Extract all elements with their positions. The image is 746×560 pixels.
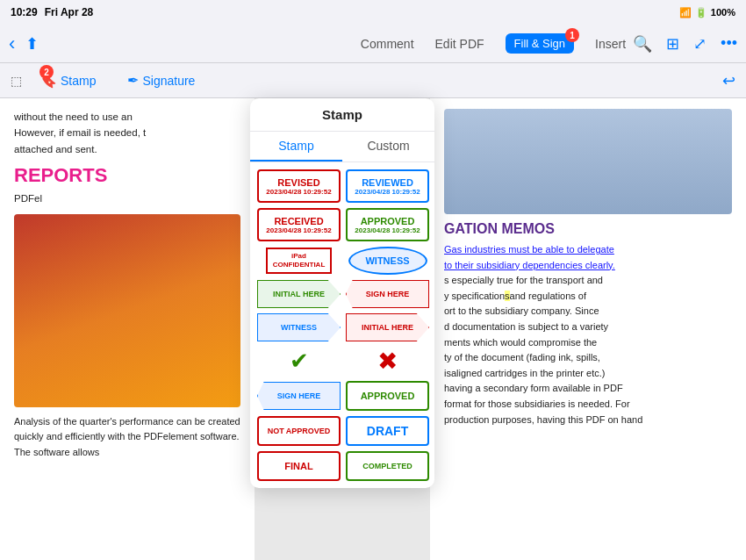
draft-label: DRAFT: [367, 424, 408, 438]
pdf-heading-reports: REPORTS: [14, 164, 240, 187]
select-tool[interactable]: ⬚: [11, 74, 22, 88]
pdf-right-page: GATION MEMOS Gas industries must be able…: [430, 98, 746, 560]
witness-arrow: WITNESS: [257, 313, 341, 341]
main-toolbar: ‹ ⬆ Comment Edit PDF Fill & Sign 1 Inser…: [0, 25, 746, 63]
search-icon[interactable]: 🔍: [633, 34, 652, 54]
expand-icon[interactable]: ⤢: [693, 34, 707, 54]
revised-date: 2023/04/28 10:29:52: [266, 188, 331, 196]
fill-sign-button[interactable]: Fill & Sign 1: [506, 33, 575, 54]
pdf-image: [14, 214, 240, 407]
received-date: 2023/04/28 10:29:52: [266, 226, 331, 234]
back-button[interactable]: ‹: [9, 32, 15, 55]
stamp-grid: REVISED 2023/04/28 10:29:52 REVIEWED 202…: [250, 162, 434, 488]
status-bar: 10:29 Fri Apr 28 📶 🔋 100%: [0, 0, 746, 25]
initial-here-arrow2-label: INITIAL HERE: [362, 323, 413, 332]
pdf-right-image: [444, 109, 732, 214]
time: 10:29: [11, 6, 38, 18]
approved-green-label: APPROVED: [361, 391, 415, 401]
cross-icon: ✖: [377, 347, 398, 376]
ipad-label: iPad: [273, 252, 326, 261]
reviewed-label: REVIEWED: [362, 177, 413, 188]
pdf-analysis-text: Analysis of the quarter's performance ca…: [14, 414, 240, 461]
edit-pdf-tab[interactable]: Edit PDF: [435, 37, 484, 51]
main-content: without the need to use an However, if e…: [0, 98, 746, 560]
stamp-cross[interactable]: ✖: [346, 347, 429, 376]
stamp-draft[interactable]: DRAFT: [346, 416, 429, 446]
stamp-sign-here[interactable]: SIGN HERE: [346, 280, 429, 308]
confidential-box: iPad CONFIDENTIAL: [266, 248, 333, 275]
stamp-initial-here[interactable]: INITIAL HERE: [257, 280, 341, 308]
grid-icon[interactable]: ⊞: [666, 34, 679, 54]
secondary-toolbar: ⬚ 🔖 Stamp 2 ✒ Signature ↩: [0, 63, 746, 98]
final-label: FINAL: [284, 461, 312, 471]
fill-sign-badge: 1: [565, 28, 579, 42]
stamp-not-approved[interactable]: NOT APPROVED: [257, 416, 341, 446]
more-icon[interactable]: •••: [721, 34, 737, 53]
initial-here-arrow: INITIAL HERE: [257, 280, 341, 308]
stamp-witness-arrow[interactable]: WITNESS: [257, 313, 341, 341]
completed-label: COMPLETED: [362, 462, 412, 470]
stamp-sign-here-blue[interactable]: SIGN HERE: [257, 381, 341, 411]
stamp-revised[interactable]: REVISED 2023/04/28 10:29:52: [257, 169, 341, 203]
pdf-right-heading: GATION MEMOS: [444, 221, 732, 237]
sign-here-blue: SIGN HERE: [257, 382, 341, 410]
stamp-checkmark[interactable]: ✔: [257, 347, 341, 376]
initial-here-label: INITIAL HERE: [273, 290, 325, 298]
pdf-right-text: Gas industries must be able to delegate …: [444, 242, 732, 427]
confidential-label: CONFIDENTIAL: [273, 261, 326, 269]
stamp-initial-here-arrow2[interactable]: INITIAL HERE: [346, 313, 429, 341]
wifi-icon: 📶: [679, 7, 692, 18]
initial-here-arrow2: INITIAL HERE: [346, 313, 429, 341]
pdf-text-3: attached and sent.: [14, 141, 240, 157]
signature-tool-button[interactable]: ✒ Signature: [127, 72, 195, 89]
comment-tab[interactable]: Comment: [361, 37, 414, 51]
witness-oval-label: WITNESS: [365, 255, 409, 266]
stamp-panel: Stamp Stamp Custom REVISED 2023/04/28 10…: [250, 98, 434, 488]
stamp-approved-dated[interactable]: APPROVED 2023/04/28 10:29:52: [346, 208, 429, 241]
stamp-badge: 2: [39, 65, 54, 79]
stamp-tab-stamp[interactable]: Stamp: [250, 132, 342, 162]
approved-dated-date: 2023/04/28 10:29:52: [355, 226, 420, 234]
pdf-pdfelement-label: PDFel: [14, 190, 240, 206]
sign-here-blue-label: SIGN HERE: [277, 391, 321, 400]
battery-icon: 🔋: [695, 7, 707, 18]
sign-here-arrow: SIGN HERE: [346, 280, 429, 308]
pdf-left-page: without the need to use an However, if e…: [0, 98, 255, 560]
insert-tab[interactable]: Insert: [595, 37, 626, 51]
battery-label: 100%: [711, 7, 735, 18]
share-button[interactable]: ⬆: [25, 34, 39, 54]
witness-arrow-label: WITNESS: [281, 323, 317, 332]
pdf-text-1: without the need to use an: [14, 109, 240, 125]
stamp-approved-green[interactable]: APPROVED: [346, 381, 429, 411]
sign-here-label: SIGN HERE: [366, 290, 410, 298]
stamp-tabs: Stamp Custom: [250, 132, 434, 162]
stamp-received[interactable]: RECEIVED 2023/04/28 10:29:52: [257, 208, 341, 241]
stamp-confidential[interactable]: iPad CONFIDENTIAL: [257, 247, 341, 275]
stamp-panel-title: Stamp: [250, 98, 434, 132]
received-label: RECEIVED: [274, 216, 323, 226]
witness-oval: WITNESS: [348, 247, 427, 275]
revised-label: REVISED: [277, 177, 319, 188]
stamp-completed[interactable]: COMPLETED: [346, 451, 429, 481]
stamp-reviewed[interactable]: REVIEWED 2023/04/28 10:29:52: [346, 169, 429, 203]
pdf-text-2: However, if email is needed, t: [14, 125, 240, 140]
day: Fri Apr 28: [45, 6, 94, 18]
checkmark-icon: ✔: [290, 348, 309, 375]
approved-dated-label: APPROVED: [361, 216, 415, 226]
not-approved-label: NOT APPROVED: [268, 427, 331, 435]
signature-icon: ✒: [127, 72, 139, 89]
stamp-witness-oval[interactable]: WITNESS: [346, 247, 429, 275]
reviewed-date: 2023/04/28 10:29:52: [355, 188, 420, 196]
stamp-tab-custom[interactable]: Custom: [342, 132, 434, 162]
stamp-final[interactable]: FINAL: [257, 451, 341, 481]
undo-button[interactable]: ↩: [722, 71, 735, 90]
